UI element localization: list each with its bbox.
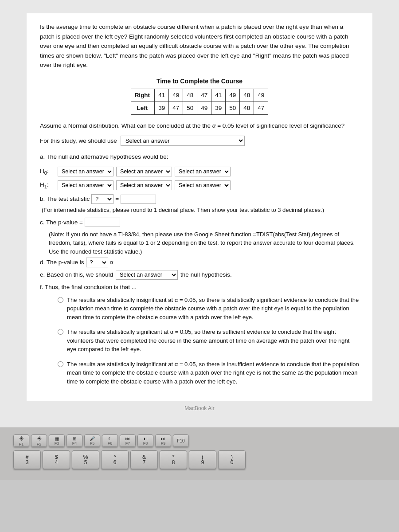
brightness-down-icon: ☀ — [19, 435, 24, 442]
should-select[interactable]: Select an answer — [116, 270, 178, 280]
pvalue-note: (Note: If you do not have a Ti-83/84, th… — [49, 230, 359, 256]
rewind-icon: ⏮ — [125, 436, 130, 441]
key-f7-rewind[interactable]: ⏮ F7 — [120, 434, 136, 447]
fastforward-icon: ⏭ — [161, 436, 165, 441]
h1-select-3[interactable]: Select an answer — [175, 180, 231, 190]
key-f6-moon[interactable]: ☾ F6 — [102, 434, 118, 447]
h0-select-3[interactable]: Select an answer — [175, 167, 231, 176]
section-c-container: c. The p-value = (Note: If you do not ha… — [40, 218, 359, 256]
h1-label: H1: — [40, 180, 58, 191]
table-section: Time to Complete the Course Right 41 49 … — [40, 76, 359, 115]
num3-char: 3 — [26, 460, 29, 465]
key-f5-mic[interactable]: 🎤 F5 — [84, 434, 100, 447]
key-7-amp[interactable]: & 7 — [130, 450, 158, 469]
h1-row: H1: Select an answer Select an answer Se… — [40, 180, 359, 191]
keyboard-area: ☀ F1 ☀ F2 ▦ F3 ⊞ F4 🎤 F5 ☾ F6 ⏮ F7 ⏯ F8 — [0, 427, 399, 480]
for-study-select[interactable]: Select an answer — [121, 136, 245, 146]
for-study-row: For this study, we should use Select an … — [40, 136, 359, 146]
section-b-row: b. The test statistic ? = (For intermedi… — [40, 194, 359, 215]
key-8-star[interactable]: * 8 — [160, 450, 187, 469]
table-title: Time to Complete the Course — [40, 76, 359, 86]
h0-select-2[interactable]: Select an answer — [116, 167, 172, 176]
key-6-caret[interactable]: ^ 6 — [101, 450, 129, 469]
mic-icon: 🎤 — [90, 436, 95, 441]
key-f8-playpause[interactable]: ⏯ F8 — [137, 434, 153, 447]
conclusion-radio-1[interactable] — [58, 297, 63, 303]
assume-text: Assume a Normal distribution. What can b… — [40, 121, 359, 131]
section-c-label: c. The p-value = — [40, 218, 83, 227]
brightness-up-icon: ☀ — [36, 435, 42, 442]
fn-row: ☀ F1 ☀ F2 ▦ F3 ⊞ F4 🎤 F5 ☾ F6 ⏮ F7 ⏯ F8 — [13, 434, 386, 447]
test-stat-select[interactable]: ? — [91, 194, 113, 204]
h1-select-2[interactable]: Select an answer — [116, 180, 172, 190]
equals-sign: = — [115, 194, 119, 204]
table-row-left: Left 39 47 50 49 39 50 48 47 — [131, 102, 268, 114]
key-f4[interactable]: ⊞ F4 — [66, 434, 82, 447]
h0-label: H0: — [40, 166, 58, 177]
key-5-percent[interactable]: % 5 — [72, 450, 99, 469]
h1-select-1[interactable]: Select an answer — [58, 180, 113, 190]
num0-char: 0 — [231, 460, 234, 465]
test-stat-note: (For intermediate statistics, please rou… — [42, 206, 324, 215]
row-label-left: Left — [131, 102, 155, 114]
key-4-dollar[interactable]: $ 4 — [43, 450, 70, 469]
key-brightness-down[interactable]: ☀ F1 — [13, 434, 29, 447]
data-table: Right 41 49 48 47 41 49 48 49 Left 39 47… — [131, 89, 269, 114]
test-stat-input[interactable] — [121, 195, 156, 204]
num9-char: 9 — [201, 460, 204, 465]
key-0-rparen[interactable]: ) 0 — [218, 450, 246, 469]
question-text: Is the average time to complete an obsta… — [40, 22, 359, 70]
for-study-label: For this study, we should use — [40, 136, 117, 146]
key-f10[interactable]: F10 — [173, 434, 189, 447]
f4-icon: ⊞ — [73, 436, 76, 441]
alpha-symbol: α — [110, 258, 113, 267]
section-b-label: b. The test statistic — [40, 194, 90, 204]
table-row-right: Right 41 49 48 47 41 49 48 49 — [131, 89, 268, 102]
section-d-row: d. The p-value is ? α — [40, 258, 359, 267]
f3-icon: ▦ — [55, 436, 59, 441]
conclusion-1: The results are statistically insignific… — [58, 296, 359, 322]
section-e-row: e. Based on this, we should Select an an… — [40, 270, 359, 280]
moon-icon: ☾ — [108, 436, 112, 441]
conclusion-text-3: The results are statistically insignific… — [67, 360, 359, 386]
conclusion-text-1: The results are statistically insignific… — [67, 296, 359, 322]
row-label-right: Right — [131, 89, 155, 102]
playpause-icon: ⏯ — [143, 436, 148, 441]
conclusion-radio-3[interactable] — [58, 361, 63, 367]
num4-char: 4 — [55, 460, 58, 465]
section-a-label: a. The null and alternative hypotheses w… — [40, 152, 359, 162]
num-row: # 3 $ 4 % 5 ^ 6 & 7 * 8 ( 9 ) 0 — [13, 450, 386, 469]
section-d-label: d. The p-value is — [40, 258, 84, 267]
num8-char: 8 — [172, 460, 175, 465]
key-3-hash[interactable]: # 3 — [13, 450, 41, 469]
conclusion-2: The results are statistically significan… — [58, 328, 359, 354]
macbook-label: MacBook Air — [27, 401, 372, 414]
conclusion-text-2: The results are statistically significan… — [67, 328, 359, 354]
conclusion-3: The results are statistically insignific… — [58, 360, 359, 386]
num7-char: 7 — [143, 460, 146, 465]
h0-row: H0: Select an answer Select an answer Se… — [40, 166, 359, 177]
num5-char: 5 — [84, 460, 87, 465]
key-f9-ff[interactable]: ⏭ F9 — [155, 434, 171, 447]
null-hyp-text: the null hypothesis. — [180, 270, 232, 280]
pvalue-input[interactable] — [85, 218, 120, 227]
h0-select-1[interactable]: Select an answer — [58, 167, 113, 176]
section-e-label: e. Based on this, we should — [40, 270, 113, 280]
section-f-label: f. Thus, the final conclusion is that ..… — [40, 282, 359, 292]
key-9-lparen[interactable]: ( 9 — [189, 450, 216, 469]
key-brightness-up[interactable]: ☀ F2 — [31, 434, 47, 447]
f10-label: F10 — [177, 438, 184, 443]
conclusions-list: The results are statistically insignific… — [58, 296, 359, 386]
pvalue-compare-select[interactable]: ? — [86, 258, 108, 267]
conclusion-radio-2[interactable] — [58, 329, 63, 335]
section-c-row: c. The p-value = — [40, 218, 359, 227]
num6-char: 6 — [113, 460, 117, 465]
key-f3[interactable]: ▦ F3 — [49, 434, 65, 447]
